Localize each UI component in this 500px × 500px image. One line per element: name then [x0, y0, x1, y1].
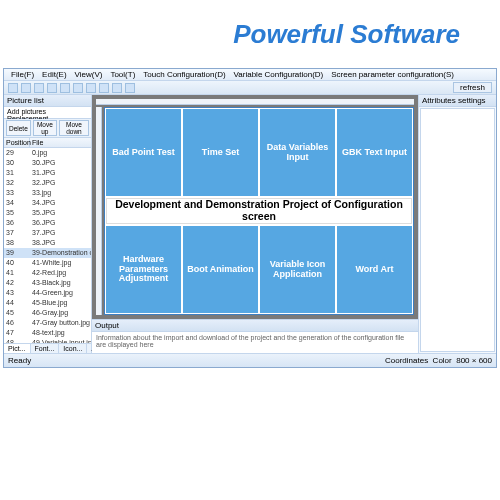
list-item[interactable]: 3636.JPG: [4, 218, 91, 228]
list-item[interactable]: 4041-White.jpg: [4, 258, 91, 268]
list-item[interactable]: 4546-Gray.jpg: [4, 308, 91, 318]
list-item[interactable]: 3535.JPG: [4, 208, 91, 218]
status-bar: Ready Coordinates Color 800 × 600: [4, 353, 496, 367]
file-list[interactable]: 290.jpg3030.JPG3131.JPG3232.JPG3333.jpg3…: [4, 148, 91, 343]
sidebar-title: Picture list: [4, 95, 91, 107]
output-title: Output: [92, 320, 418, 332]
tile-gbk-text[interactable]: GBK Text Input: [337, 109, 412, 196]
tab-add-pictures[interactable]: Add pictures: [7, 108, 46, 115]
status-size: 800 × 600: [456, 356, 492, 365]
tile-data-variables[interactable]: Data Variables Input: [260, 109, 335, 196]
sidebar: Picture list Add pictures Replacement De…: [4, 95, 92, 353]
output-text: Information about the import and downloa…: [92, 332, 418, 353]
list-item[interactable]: 3131.JPG: [4, 168, 91, 178]
menu-file[interactable]: File(F): [8, 70, 37, 79]
banner: Development and Demonstration Project of…: [106, 198, 412, 224]
tile-bad-point[interactable]: Bad Point Test: [106, 109, 181, 196]
list-item[interactable]: 290.jpg: [4, 148, 91, 158]
toolbar-button[interactable]: [60, 83, 70, 93]
list-item[interactable]: 3838.JPG: [4, 238, 91, 248]
attributes-title: Attributes settings: [419, 95, 496, 107]
tab-pictures[interactable]: Pict...: [4, 344, 31, 353]
toolbar-button[interactable]: [112, 83, 122, 93]
list-item[interactable]: 4748-text.jpg: [4, 328, 91, 338]
status-coords-label: Coordinates: [385, 356, 428, 365]
toolbar-button[interactable]: [47, 83, 57, 93]
stage[interactable]: Bad Point Test Time Set Data Variables I…: [104, 107, 414, 315]
list-item[interactable]: 4142-Red.jpg: [4, 268, 91, 278]
move-down-button[interactable]: Move down: [59, 120, 89, 136]
tile-word-art[interactable]: Word Art: [337, 226, 412, 313]
sidebar-tabs: Add pictures Replacement: [4, 107, 91, 119]
menu-touch-config[interactable]: Touch Configuration(D): [140, 70, 228, 79]
list-item[interactable]: 3939-Demonstration c...: [4, 248, 91, 258]
property-grid[interactable]: [420, 108, 495, 352]
list-item[interactable]: 3232.JPG: [4, 178, 91, 188]
menu-variable-config[interactable]: Variable Configuration(D): [231, 70, 327, 79]
app-window: File(F) Edit(E) View(V) Tool(T) Touch Co…: [3, 68, 497, 368]
list-item[interactable]: 4647-Gray button.jpg: [4, 318, 91, 328]
toolbar-button[interactable]: [21, 83, 31, 93]
tab-fonts[interactable]: Font...: [31, 344, 60, 353]
list-item[interactable]: 3030.JPG: [4, 158, 91, 168]
list-header: Position File: [4, 138, 91, 148]
toolbar-button[interactable]: [34, 83, 44, 93]
attributes-panel: Attributes settings: [418, 95, 496, 353]
menu-view[interactable]: View(V): [72, 70, 106, 79]
canvas-area: Bad Point Test Time Set Data Variables I…: [92, 95, 418, 319]
output-panel: Output Information about the import and …: [92, 319, 418, 353]
sidebar-bottom-tabs: Pict... Font... Icon... Audi...: [4, 343, 91, 353]
toolbar-button[interactable]: [86, 83, 96, 93]
move-up-button[interactable]: Move up: [33, 120, 57, 136]
tab-icons[interactable]: Icon...: [59, 344, 87, 353]
refresh-button[interactable]: refresh: [453, 82, 492, 93]
toolbar: refresh: [4, 81, 496, 95]
toolbar-button[interactable]: [125, 83, 135, 93]
tile-hardware-params[interactable]: Hardware Parameters Adjustment: [106, 226, 181, 313]
status-color-label: Color: [433, 356, 452, 365]
tile-time-set[interactable]: Time Set: [183, 109, 258, 196]
list-item[interactable]: 4445-Blue.jpg: [4, 298, 91, 308]
toolbar-button[interactable]: [99, 83, 109, 93]
ruler-horizontal: [96, 99, 414, 105]
hero-title: Powerful Software: [0, 0, 500, 68]
delete-button[interactable]: Delete: [6, 120, 31, 136]
list-item[interactable]: 3434.JPG: [4, 198, 91, 208]
menu-edit[interactable]: Edit(E): [39, 70, 69, 79]
toolbar-button[interactable]: [73, 83, 83, 93]
list-item[interactable]: 4344-Green.jpg: [4, 288, 91, 298]
ruler-vertical: [96, 107, 102, 315]
list-item[interactable]: 3737.JPG: [4, 228, 91, 238]
list-item[interactable]: 3333.jpg: [4, 188, 91, 198]
tile-variable-icon[interactable]: Variable Icon Application: [260, 226, 335, 313]
menu-bar: File(F) Edit(E) View(V) Tool(T) Touch Co…: [4, 69, 496, 81]
menu-tool[interactable]: Tool(T): [107, 70, 138, 79]
menu-screen-param[interactable]: Screen parameter configuration(S): [328, 70, 457, 79]
col-position: Position: [4, 138, 30, 147]
status-ready: Ready: [8, 356, 31, 365]
col-file: File: [30, 138, 91, 147]
toolbar-button[interactable]: [8, 83, 18, 93]
list-item[interactable]: 4243-Black.jpg: [4, 278, 91, 288]
tile-boot-animation[interactable]: Boot Animation: [183, 226, 258, 313]
